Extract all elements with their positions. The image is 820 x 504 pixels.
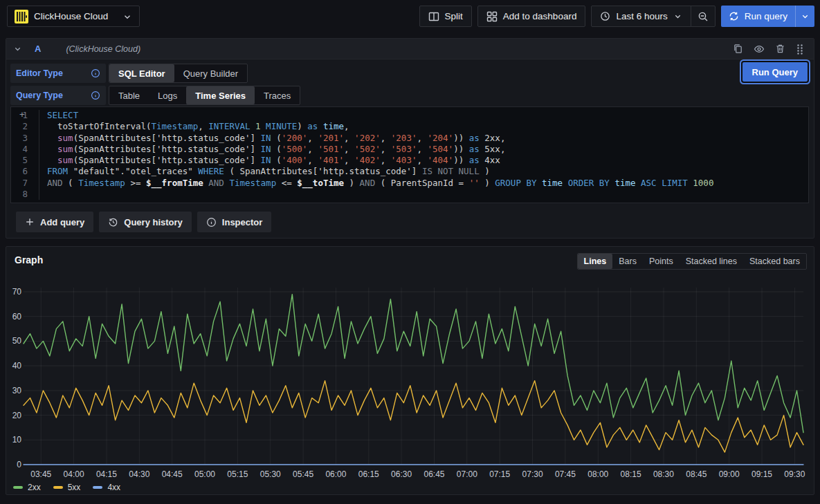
eye-icon	[754, 44, 765, 55]
copy-icon	[733, 44, 743, 54]
code-line: 5 sum(SpanAttributes['http.status_code']…	[11, 155, 808, 166]
legend-swatch	[13, 486, 23, 489]
code-line: 1SELECT	[11, 110, 808, 121]
x-tick-label: 09:00	[714, 469, 745, 479]
x-tick-label: 07:00	[452, 469, 482, 479]
y-tick-label: 70	[8, 287, 21, 297]
caret-down-icon	[801, 12, 810, 21]
drag-handle-icon	[796, 44, 804, 55]
add-to-dashboard-button[interactable]: Add to dashboard	[477, 6, 586, 27]
zoom-out-time-button[interactable]	[691, 6, 716, 27]
run-query-main[interactable]: Run query	[721, 6, 795, 27]
run-query-button[interactable]: Run query	[721, 6, 814, 27]
legend-label: 2xx	[28, 483, 41, 492]
code-line: 6FROM "default"."otel_traces" WHERE ( Sp…	[11, 166, 808, 177]
query-ref-id: A	[35, 44, 41, 54]
graph-panel: Graph Lines Bars Points Stacked lines St…	[6, 246, 814, 495]
query-type-tab-time-series[interactable]: Time Series	[186, 86, 255, 104]
sql-code-lines: 1SELECT2 toStartOfInterval(Timestamp, IN…	[11, 110, 808, 200]
x-tick-label: 04:45	[157, 469, 188, 479]
info-icon[interactable]	[91, 91, 100, 100]
query-type-tab-table[interactable]: Table	[109, 86, 149, 104]
split-label: Split	[445, 11, 463, 21]
clickhouse-logo	[15, 10, 28, 24]
y-tick-label: 20	[8, 411, 21, 420]
sync-icon	[729, 11, 739, 21]
time-range-label: Last 6 hours	[616, 11, 667, 21]
legend-item-2xx[interactable]: 2xx	[13, 483, 41, 492]
code-line: 7AND ( Timestamp >= $__fromTime AND Time…	[11, 178, 808, 189]
legend-item-4xx[interactable]: 4xx	[93, 483, 120, 492]
split-button[interactable]: Split	[419, 6, 472, 27]
x-tick-label: 08:45	[681, 469, 711, 479]
topbar-actions: Split Add to dashboard Last 6 hours Run …	[414, 6, 814, 27]
query-history-button[interactable]: Query history	[99, 212, 192, 232]
info-icon[interactable]	[91, 68, 100, 78]
editor-type-option-query-builder[interactable]: Query Builder	[174, 64, 247, 82]
search-minus-icon	[698, 11, 709, 22]
editor-type-label: Editor Type	[10, 64, 106, 83]
query-row-header: A (ClickHouse Cloud)	[6, 39, 814, 59]
code-line: 2 toStartOfInterval(Timestamp, INTERVAL …	[11, 121, 808, 132]
x-tick-label: 05:00	[190, 469, 220, 479]
code-line: 8	[11, 189, 808, 200]
y-tick-label: 30	[8, 386, 21, 395]
legend-label: 4xx	[107, 483, 120, 492]
x-tick-label: 09:15	[747, 469, 777, 479]
chevron-down-icon	[673, 12, 682, 21]
collapse-chevron-icon[interactable]	[13, 44, 22, 53]
chart-legend: 2xx5xx4xx	[13, 483, 120, 492]
y-tick-label: 40	[8, 361, 21, 371]
toggle-visibility-button[interactable]	[754, 44, 765, 55]
legend-label: 5xx	[68, 483, 81, 492]
x-tick-label: 04:30	[124, 469, 154, 479]
run-query-label: Run query	[745, 11, 787, 21]
query-header-icons	[733, 44, 807, 55]
legend-item-5xx[interactable]: 5xx	[53, 483, 81, 492]
x-tick-label: 07:30	[518, 469, 548, 479]
editor-type-option-sql-editor[interactable]: SQL Editor	[109, 64, 174, 82]
split-icon	[428, 11, 439, 22]
query-type-tab-traces[interactable]: Traces	[255, 86, 300, 104]
datasource-name: ClickHouse Cloud	[34, 11, 117, 21]
info-icon	[206, 217, 217, 227]
drag-handle[interactable]	[796, 44, 804, 55]
legend-swatch	[93, 486, 102, 489]
query-type-row: Query Type Table Logs Time Series Traces	[10, 86, 300, 105]
time-series-chart: 010203040506070 03:4504:0004:1504:3004:4…	[6, 247, 814, 494]
top-navigation-bar: ClickHouse Cloud Split Add to dashboard …	[0, 0, 820, 32]
duplicate-query-button[interactable]	[733, 44, 743, 54]
x-tick-label: 08:00	[583, 469, 613, 479]
apps-icon	[486, 11, 498, 22]
trash-icon	[775, 44, 785, 54]
x-tick-label: 04:15	[91, 469, 122, 479]
legend-swatch	[53, 486, 63, 489]
y-tick-label: 0	[8, 460, 21, 469]
x-tick-label: 06:30	[386, 469, 417, 479]
inspector-button[interactable]: Inspector	[197, 212, 272, 232]
x-tick-label: 05:45	[288, 469, 318, 479]
x-tick-label: 04:00	[59, 469, 89, 479]
x-tick-label: 05:30	[255, 469, 286, 479]
query-type-label: Query Type	[10, 86, 106, 105]
datasource-picker[interactable]: ClickHouse Cloud	[7, 6, 140, 27]
query-type-tab-logs[interactable]: Logs	[149, 86, 186, 104]
y-tick-label: 50	[8, 336, 21, 346]
sql-code-editor[interactable]: + 1SELECT2 toStartOfInterval(Timestamp, …	[10, 106, 809, 203]
run-query-panel-button[interactable]: Run Query	[742, 62, 808, 82]
add-query-button[interactable]: Add query	[16, 212, 93, 232]
x-tick-label: 03:45	[26, 469, 56, 479]
plus-icon: +	[19, 109, 25, 120]
delete-query-button[interactable]	[775, 44, 785, 54]
query-editor-panel: A (ClickHouse Cloud) Editor Type SQL Edi…	[6, 38, 814, 239]
y-tick-label: 60	[8, 312, 21, 321]
plot-area[interactable]	[24, 281, 803, 465]
run-query-dropdown[interactable]	[795, 6, 814, 27]
query-datasource-hint: (ClickHouse Cloud)	[66, 44, 140, 54]
chevron-down-icon	[122, 12, 132, 21]
x-tick-label: 09:30	[779, 469, 810, 479]
x-tick-label: 06:45	[419, 469, 449, 479]
time-range-picker[interactable]: Last 6 hours	[591, 6, 691, 27]
query-type-tabs: Table Logs Time Series Traces	[109, 86, 300, 105]
x-tick-label: 08:30	[648, 469, 679, 479]
